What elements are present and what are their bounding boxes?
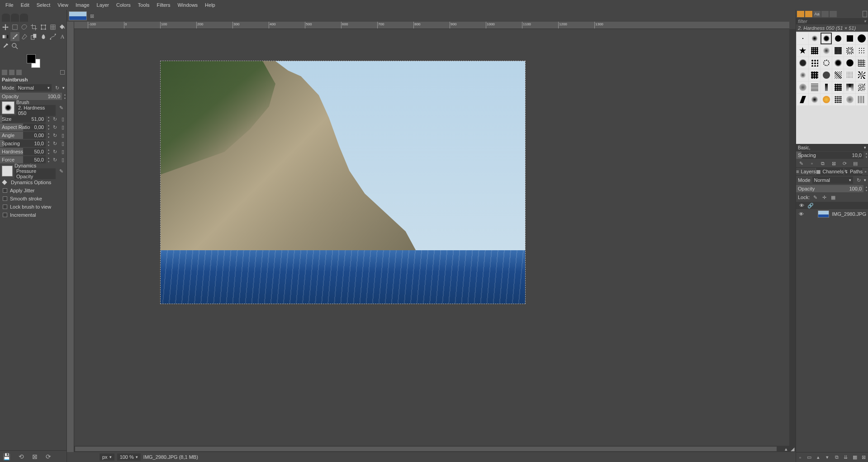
bucket-tool-icon[interactable]	[58, 23, 67, 32]
menu-view[interactable]: View	[54, 0, 72, 10]
menu-file[interactable]: File	[2, 0, 17, 10]
spacing-spinner[interactable]: ▴▾	[47, 140, 50, 147]
aspect-slider[interactable]: Aspect Ratio 0,00	[0, 124, 46, 131]
brush-item[interactable]	[832, 45, 844, 57]
image-tab-thumb[interactable]	[69, 11, 87, 20]
link-hardness-icon[interactable]: ▯	[59, 148, 66, 155]
mask-layer-icon[interactable]: ▩	[853, 454, 857, 461]
smudge-tool-icon[interactable]	[39, 32, 48, 41]
reset-mode-icon[interactable]: ↻	[53, 84, 61, 91]
undo-icon[interactable]: ⟲	[19, 453, 24, 460]
vertical-ruler[interactable]	[67, 22, 74, 452]
close-tab-icon[interactable]: ⊠	[89, 13, 95, 19]
paths-tab[interactable]: ↯Paths	[844, 168, 863, 175]
brush-item[interactable]	[844, 33, 855, 44]
brush-item[interactable]	[797, 45, 808, 57]
reset-spacing-icon[interactable]: ↻	[51, 140, 58, 147]
duplicate-layer-icon[interactable]: ⧉	[835, 454, 839, 461]
brush-select[interactable]: 2. Hardness 050	[16, 105, 56, 116]
new-layer-icon[interactable]: ▫	[798, 454, 802, 461]
patterns-tab-icon[interactable]	[805, 11, 812, 17]
brush-edit-icon[interactable]: ✎	[57, 104, 65, 111]
brush-item[interactable]	[821, 94, 832, 105]
brush-item[interactable]	[856, 57, 867, 69]
zoom-select[interactable]: 100 % ▾	[117, 453, 141, 461]
brush-item[interactable]	[809, 94, 820, 105]
brush-item[interactable]	[797, 57, 808, 69]
chevron-down-icon[interactable]: ▾	[864, 178, 866, 182]
merge-layer-icon[interactable]: ⇊	[844, 454, 848, 461]
open-brush-icon[interactable]: ▤	[852, 160, 859, 167]
tab-menu-icon[interactable]	[60, 70, 65, 75]
warp-tool-icon[interactable]	[48, 23, 57, 32]
navigation-icon[interactable]: ▴	[783, 446, 789, 452]
refresh-brush-icon[interactable]: ⟳	[841, 160, 848, 167]
opacity-spinner[interactable]: ▴▾	[63, 93, 66, 100]
brush-item[interactable]	[797, 81, 808, 93]
aspect-spinner[interactable]: ▴▾	[47, 124, 50, 131]
lower-layer-icon[interactable]: ▾	[825, 454, 830, 461]
rect-select-tool-icon[interactable]	[10, 23, 19, 32]
horizontal-scrollbar[interactable]	[74, 446, 783, 452]
link-size-icon[interactable]: ▯	[59, 115, 66, 123]
text-tool-icon[interactable]: A	[58, 32, 67, 41]
hardness-slider[interactable]: Hardness 50,0	[0, 148, 46, 155]
size-slider[interactable]: Size 51,00	[0, 115, 46, 123]
reset-size-icon[interactable]: ↻	[51, 115, 58, 123]
reset-force-icon[interactable]: ↻	[51, 156, 58, 163]
brush-item[interactable]	[856, 69, 867, 81]
image-canvas[interactable]	[160, 61, 526, 304]
brush-item[interactable]	[856, 45, 867, 57]
channels-tab[interactable]: ▦Channels	[816, 168, 844, 175]
chevron-down-icon[interactable]: ▾	[62, 86, 65, 90]
apply-jitter-checkbox[interactable]	[3, 188, 7, 193]
duplicate-brush-icon[interactable]: ⧉	[820, 160, 826, 167]
nav-corner-icon[interactable]: ◢	[789, 446, 796, 452]
layers-tab[interactable]: ≡Layers	[796, 168, 816, 175]
brush-item[interactable]	[809, 69, 820, 81]
menu-layer[interactable]: Layer	[93, 0, 113, 10]
tab-menu-icon[interactable]	[863, 11, 867, 17]
brush-item[interactable]	[832, 33, 844, 44]
vertical-scrollbar[interactable]	[789, 29, 796, 446]
extra-tab-icon[interactable]	[830, 11, 837, 17]
tab-icon[interactable]	[9, 70, 14, 75]
chevron-down-icon[interactable]: ▾	[864, 145, 866, 150]
brush-item[interactable]	[797, 69, 808, 81]
dynamics-select[interactable]: Pressure Opacity	[14, 168, 56, 179]
brush-item[interactable]	[856, 33, 867, 44]
reset-aspect-icon[interactable]: ↻	[51, 124, 58, 131]
lock-alpha-icon[interactable]: ▦	[830, 194, 837, 201]
delete-layer-icon[interactable]: ⊠	[862, 454, 866, 461]
smooth-stroke-checkbox[interactable]	[3, 196, 7, 201]
brush-filter-input[interactable]: filter ▾	[796, 18, 868, 24]
brush-item[interactable]	[856, 81, 867, 93]
picker-tool-icon[interactable]	[1, 42, 10, 51]
brush-item[interactable]	[821, 81, 832, 93]
fonts-tab-icon[interactable]: Aa	[813, 11, 821, 17]
layer-mode-select[interactable]: Normal ▾	[812, 176, 853, 184]
eraser-tool-icon[interactable]	[20, 32, 29, 41]
brush-item[interactable]	[821, 57, 832, 69]
brush-item[interactable]	[821, 45, 832, 57]
new-brush-icon[interactable]: ▫	[809, 160, 815, 167]
mode-select[interactable]: Normal ▾	[16, 84, 52, 91]
link-angle-icon[interactable]: ▯	[59, 132, 66, 139]
transform-tool-icon[interactable]	[39, 23, 48, 32]
spacing-slider[interactable]: Spacing 10,0	[0, 140, 46, 147]
brush-item[interactable]	[844, 69, 855, 81]
paintbrush-tool-icon[interactable]	[10, 32, 19, 41]
history-tab-icon[interactable]	[821, 11, 829, 17]
layer-thumb[interactable]	[818, 210, 830, 218]
menu-edit[interactable]: Edit	[17, 0, 33, 10]
brush-item[interactable]	[856, 94, 867, 105]
layer-name[interactable]: IMG_2980.JPG	[832, 211, 866, 217]
dynamics-preview[interactable]	[2, 166, 13, 176]
gradient-tool-icon[interactable]	[1, 32, 10, 41]
crop-tool-icon[interactable]	[29, 23, 38, 32]
brush-preset-label[interactable]: Basic,	[798, 145, 810, 150]
eye-icon[interactable]: 👁	[798, 202, 805, 209]
lock-pixels-icon[interactable]: ✎	[811, 194, 819, 201]
dynamics-options-expander[interactable]: Dynamics Options	[0, 178, 66, 186]
brushes-spacing-spinner[interactable]: ▴▾	[864, 152, 868, 159]
